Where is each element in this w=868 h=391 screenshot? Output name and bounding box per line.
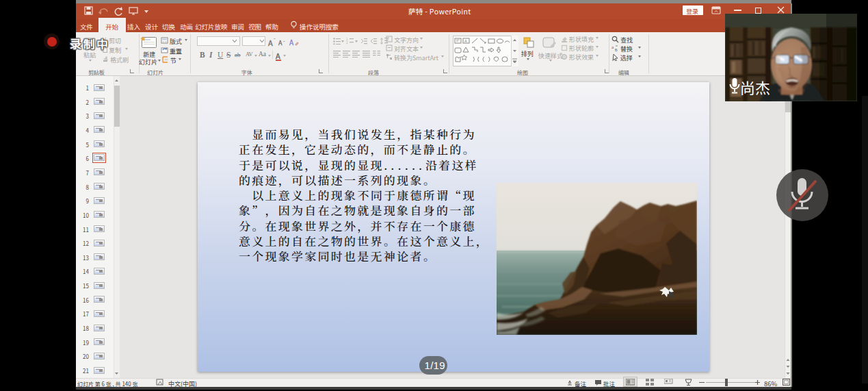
- svg-text:a: a: [611, 45, 614, 50]
- svg-text:A: A: [464, 38, 467, 44]
- svg-text:2: 2: [346, 40, 348, 45]
